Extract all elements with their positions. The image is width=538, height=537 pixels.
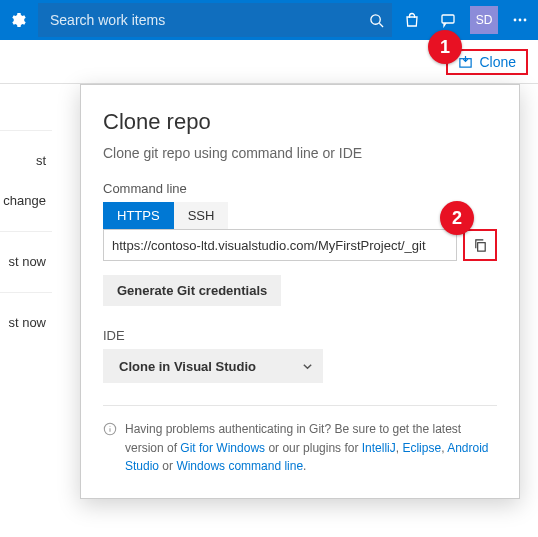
svg-line-1 xyxy=(379,23,383,27)
list-fragment-row: st now xyxy=(0,231,52,292)
ellipsis-icon xyxy=(512,12,528,28)
list-fragment-row: st now xyxy=(0,292,52,353)
link-intellij[interactable]: IntelliJ xyxy=(362,441,396,455)
shopping-bag-icon xyxy=(404,12,420,28)
link-eclipse[interactable]: Eclipse xyxy=(402,441,441,455)
more-menu-button[interactable] xyxy=(502,0,538,40)
step-badge-2: 2 xyxy=(440,201,474,235)
user-avatar[interactable]: SD xyxy=(470,6,498,34)
chevron-down-icon xyxy=(302,361,313,372)
help-section: Having problems authenticating in Git? B… xyxy=(103,405,497,476)
clone-repo-callout: Clone repo Clone git repo using command … xyxy=(80,84,520,499)
link-git-for-windows[interactable]: Git for Windows xyxy=(180,441,265,455)
svg-point-5 xyxy=(524,19,527,22)
callout-title: Clone repo xyxy=(103,109,497,135)
ide-dropdown-label: Clone in Visual Studio xyxy=(119,359,256,374)
svg-point-3 xyxy=(514,19,517,22)
clone-button-label: Clone xyxy=(479,54,516,70)
settings-button[interactable] xyxy=(0,0,36,40)
svg-point-4 xyxy=(519,19,522,22)
step-badge-1: 1 xyxy=(428,30,462,64)
ide-dropdown[interactable]: Clone in Visual Studio xyxy=(103,349,323,383)
command-line-label: Command line xyxy=(103,181,497,196)
gear-icon xyxy=(10,12,26,28)
callout-subtitle: Clone git repo using command line or IDE xyxy=(103,145,497,161)
svg-rect-2 xyxy=(442,15,454,23)
marketplace-button[interactable] xyxy=(394,0,430,40)
copy-icon xyxy=(473,238,488,253)
top-nav-bar: SD xyxy=(0,0,538,40)
background-list-fragment: st change st now st now xyxy=(0,130,52,353)
search-bar[interactable] xyxy=(38,3,392,37)
svg-rect-7 xyxy=(477,242,485,250)
clone-url-row xyxy=(103,229,497,261)
feedback-icon xyxy=(440,12,456,28)
protocol-tabs: HTTPS SSH xyxy=(103,202,497,229)
ide-section-label: IDE xyxy=(103,328,497,343)
clone-icon xyxy=(458,54,473,69)
search-input[interactable] xyxy=(50,12,369,28)
generate-git-credentials-button[interactable]: Generate Git credentials xyxy=(103,275,281,306)
copy-url-button[interactable] xyxy=(463,229,497,261)
link-windows-command-line[interactable]: Windows command line xyxy=(176,459,303,473)
clone-url-input[interactable] xyxy=(103,229,457,261)
help-text-body: Having problems authenticating in Git? B… xyxy=(125,420,497,476)
tab-https[interactable]: HTTPS xyxy=(103,202,174,229)
search-icon xyxy=(369,13,384,28)
list-fragment-row: st change xyxy=(0,130,52,231)
info-icon xyxy=(103,422,117,436)
tab-ssh[interactable]: SSH xyxy=(174,202,229,229)
svg-point-10 xyxy=(109,426,110,427)
svg-point-0 xyxy=(371,14,380,23)
